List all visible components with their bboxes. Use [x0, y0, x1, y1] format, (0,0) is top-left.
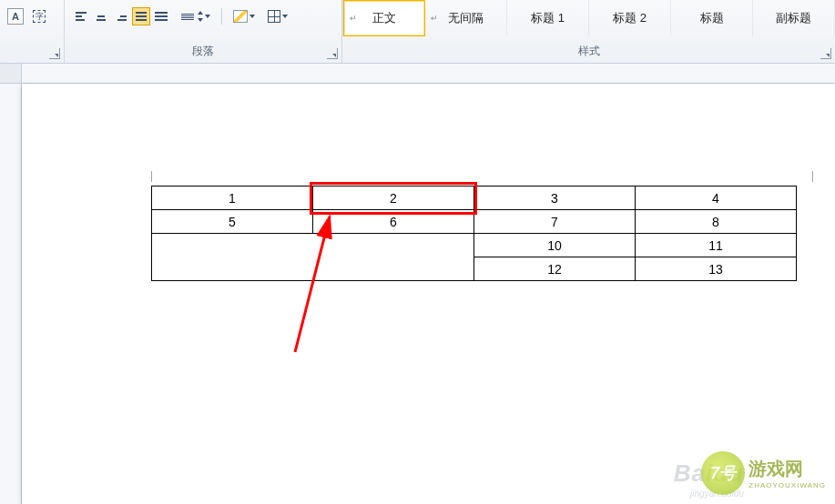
margin-marker-left	[151, 171, 152, 182]
table-cell[interactable]: 13	[636, 257, 797, 281]
table-cell[interactable]: 11	[636, 234, 797, 257]
align-center-button[interactable]	[92, 7, 110, 25]
site-watermark: 7号 游戏网 ZHAOYOUXIWANG	[701, 451, 826, 495]
vertical-ruler[interactable]	[0, 84, 22, 504]
table-cell[interactable]: 5	[152, 210, 313, 234]
distribute-button[interactable]	[152, 7, 170, 25]
ruler-corner	[0, 64, 22, 84]
table-row: 10 11	[152, 234, 797, 257]
font-group-launcher[interactable]	[49, 48, 60, 59]
ribbon: A 字	[0, 0, 835, 64]
shading-button[interactable]	[231, 9, 257, 24]
line-spacing-button[interactable]	[179, 10, 212, 23]
text-highlight-button[interactable]: A	[7, 8, 24, 25]
style-subtitle[interactable]: 副标题	[753, 0, 835, 36]
document-table[interactable]: 1 2 3 4 5 6 7 8 10 11 12 13	[151, 186, 797, 281]
table-cell[interactable]: 12	[474, 257, 636, 281]
styles-group: ↵正文 ↵无间隔 标题 1 标题 2 标题 副标题 样式	[342, 0, 835, 63]
site-watermark-text: 游戏网	[748, 457, 826, 481]
char-border-button[interactable]: 字	[31, 8, 47, 25]
document-area: 1 2 3 4 5 6 7 8 10 11 12 13	[0, 64, 835, 504]
horizontal-ruler[interactable]	[22, 64, 835, 84]
table-cell[interactable]: 2	[313, 186, 474, 210]
style-heading-2[interactable]: 标题 2	[589, 0, 671, 36]
table-cell[interactable]: 1	[152, 186, 313, 210]
margin-marker-right	[812, 171, 813, 182]
table-cell[interactable]: 10	[474, 234, 636, 257]
document-page[interactable]: 1 2 3 4 5 6 7 8 10 11 12 13	[22, 84, 835, 504]
styles-group-label: 样式	[342, 44, 835, 59]
align-justify-button[interactable]	[132, 7, 150, 25]
table-cell[interactable]: 4	[636, 186, 797, 210]
style-title[interactable]: 标题	[671, 0, 753, 36]
table-cell[interactable]: 6	[313, 210, 474, 234]
table-cell[interactable]: 3	[474, 186, 636, 210]
table-cell-merged[interactable]	[152, 234, 474, 281]
align-right-button[interactable]	[112, 7, 130, 25]
site-watermark-sub: ZHAOYOUXIWANG	[748, 481, 826, 489]
paragraph-group-label: 段落	[65, 44, 341, 59]
paragraph-group-launcher[interactable]	[327, 48, 338, 59]
style-no-spacing[interactable]: ↵无间隔	[425, 0, 507, 36]
table-cell[interactable]: 7	[474, 210, 636, 234]
table-row: 5 6 7 8	[152, 210, 797, 234]
table-cell[interactable]: 8	[636, 210, 797, 234]
styles-group-launcher[interactable]	[820, 48, 831, 59]
style-body-text[interactable]: ↵正文	[343, 0, 425, 36]
font-group: A 字	[0, 0, 65, 63]
style-heading-1[interactable]: 标题 1	[507, 0, 589, 36]
borders-button[interactable]	[266, 9, 290, 24]
table-row: 1 2 3 4	[152, 186, 797, 210]
paragraph-group: 段落	[65, 0, 342, 63]
align-left-button[interactable]	[72, 7, 90, 25]
site-watermark-badge: 7号	[701, 451, 745, 495]
styles-gallery: ↵正文 ↵无间隔 标题 1 标题 2 标题 副标题	[342, 0, 835, 36]
